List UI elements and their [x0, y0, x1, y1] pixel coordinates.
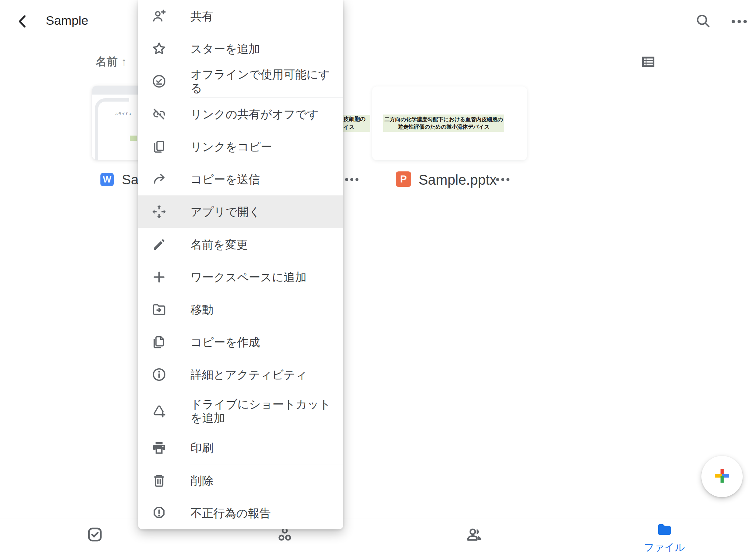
google-plus-icon	[713, 467, 731, 486]
menu-item-label: コピーを作成	[190, 335, 260, 349]
create-new-fab[interactable]	[701, 456, 743, 497]
menu-item-label: 削除	[190, 474, 213, 488]
nav-files-tab-active[interactable]: ファイル	[643, 521, 686, 552]
search-button[interactable]	[693, 12, 712, 31]
open-with-icon	[151, 204, 167, 219]
info-icon	[151, 367, 167, 382]
menu-item-label: 共有	[190, 10, 213, 23]
pptx-slide-title-line1: 二方向の化学濃度勾配下における血管内皮細胞の	[383, 116, 504, 123]
copy-icon	[151, 139, 167, 154]
nav-shared-tab[interactable]	[465, 525, 484, 545]
menu-item-share[interactable]: 共有	[138, 0, 343, 33]
menu-item-add-shortcut-to-drive[interactable]: ドライブにショートカットを追加	[138, 391, 343, 431]
pptx-slide-title-line2: 遊走性評価のための微小流体デバイス	[383, 123, 504, 130]
add-icon	[151, 269, 167, 285]
menu-item-label: オフラインで使用可能にする	[190, 68, 338, 95]
menu-item-label: 不正行為の報告	[190, 506, 271, 520]
menu-item-label: ワークスペースに追加	[190, 270, 306, 284]
menu-item-label: リンクをコピー	[190, 140, 272, 154]
word-file-badge: W	[100, 173, 114, 186]
search-icon	[694, 12, 711, 31]
menu-item-report-abuse[interactable]: 不正行為の報告	[138, 497, 343, 529]
sort-by-name-control[interactable]: 名前 ↑	[96, 54, 127, 69]
edit-icon	[151, 237, 167, 252]
person-add-icon	[151, 8, 167, 24]
sort-label: 名前	[96, 54, 118, 69]
thumbnail-tiny-text: ......	[129, 118, 135, 120]
link-off-icon	[151, 106, 167, 122]
hidden-file-more-button[interactable]	[345, 178, 358, 181]
list-view-icon	[640, 53, 657, 72]
menu-item-details-activity[interactable]: 詳細とアクティビティ	[138, 358, 343, 391]
powerpoint-file-badge: P	[396, 171, 411, 187]
list-view-toggle-button[interactable]	[638, 52, 658, 72]
pptx-file-name[interactable]: Sample.pptx	[419, 172, 496, 188]
menu-item-available-offline[interactable]: オフラインで使用可能にする	[138, 65, 343, 98]
folder-icon	[656, 521, 673, 540]
menu-item-send-copy[interactable]: コピーを送信	[138, 163, 343, 195]
back-button[interactable]	[13, 13, 32, 32]
menu-item-label: スターを追加	[190, 42, 260, 56]
star-icon	[151, 41, 167, 57]
checkbox-icon	[86, 525, 104, 545]
menu-item-label: 詳細とアクティビティ	[190, 368, 307, 382]
menu-item-label: コピーを送信	[190, 173, 260, 186]
report-icon	[151, 505, 167, 521]
more-horizontal-icon	[732, 20, 747, 23]
menu-item-make-copy[interactable]: コピーを作成	[138, 326, 343, 358]
menu-item-link-sharing-off[interactable]: リンクの共有がオフです	[138, 98, 343, 130]
menu-item-move[interactable]: 移動	[138, 293, 343, 326]
menu-item-copy-link[interactable]: リンクをコピー	[138, 130, 343, 163]
menu-item-label: 名前を変更	[190, 238, 248, 252]
print-icon	[151, 440, 167, 455]
send-copy-icon	[151, 171, 167, 187]
offline-pin-icon	[151, 74, 167, 89]
thumbnail-caption: スライド 1	[115, 112, 131, 116]
move-folder-icon	[151, 302, 167, 317]
menu-item-add-to-workspace[interactable]: ワークスペースに追加	[138, 261, 343, 293]
menu-item-open-with-app[interactable]: アプリで開く	[138, 195, 343, 228]
menu-item-rename[interactable]: 名前を変更	[138, 228, 343, 261]
overflow-menu-button[interactable]	[729, 12, 749, 31]
menu-item-label: アプリで開く	[190, 205, 261, 219]
back-arrow-icon	[15, 13, 31, 31]
pptx-slide-title: 二方向の化学濃度勾配下における血管内皮細胞の 遊走性評価のための微小流体デバイス	[383, 115, 504, 132]
add-shortcut-icon	[151, 403, 167, 419]
menu-item-add-star[interactable]: スターを追加	[138, 33, 343, 65]
docx-file-name[interactable]: Sa	[122, 172, 138, 188]
menu-item-label: 印刷	[190, 441, 213, 455]
page-title: Sample	[46, 13, 88, 28]
file-context-menu: 共有 スターを追加 オフラインで使用可能にする リンクの共有がオフです リンクを…	[138, 0, 343, 529]
menu-item-delete[interactable]: 削除	[138, 464, 343, 497]
menu-item-label: 移動	[190, 303, 213, 317]
thumbnail-green-bar	[130, 136, 137, 141]
menu-item-label: リンクの共有がオフです	[190, 107, 319, 121]
thumbnail-page-frame	[95, 98, 129, 160]
pptx-more-button[interactable]	[496, 178, 509, 181]
menu-item-print[interactable]: 印刷	[138, 431, 343, 464]
people-icon	[465, 525, 484, 545]
nav-selected-files-tab[interactable]	[86, 526, 104, 545]
bottom-navigation-bar	[0, 519, 756, 553]
nav-files-label: ファイル	[644, 541, 685, 553]
sort-ascending-arrow-icon: ↑	[121, 55, 127, 69]
menu-item-label: ドライブにショートカットを追加	[190, 397, 338, 425]
file-copy-icon	[151, 334, 167, 350]
delete-icon	[151, 473, 167, 488]
